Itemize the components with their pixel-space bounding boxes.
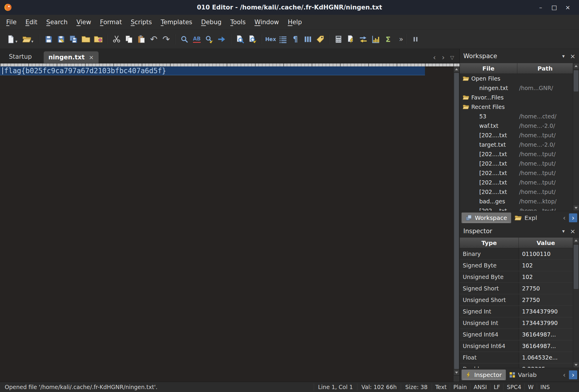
menu-item[interactable]: Edit [21,16,42,28]
calculator-button[interactable] [332,32,345,46]
undo-button[interactable]: ↶ [148,32,160,46]
status-size[interactable]: Size: 38 [401,383,432,391]
menu-item[interactable]: Templates [156,16,197,28]
workspace-row[interactable]: [202....txt /home...tput/ [460,187,573,197]
redo-button[interactable]: ↷ [160,32,172,46]
workspace-collapse-icon[interactable]: ▾ [562,53,565,59]
cut-button[interactable] [110,32,123,46]
column-header-file[interactable]: File [460,63,517,74]
workspace-row[interactable]: Favor...Files [460,93,573,102]
show-whitespace-button[interactable]: ¶ [289,32,302,46]
inspector-row[interactable]: Binary 01100110 [460,248,573,260]
inspector-row[interactable]: Unsigned Short 27750 [460,294,573,306]
tab-startup[interactable]: Startup [0,53,39,63]
hex-edit-button[interactable]: Hex [264,32,277,46]
inspector-row[interactable]: Unsigned Int64 36164987... [460,340,573,352]
workspace-row[interactable]: target.txt /home...-2.0/ [460,140,573,149]
explorer-tab[interactable]: Expl [512,214,560,221]
workspace-scroll-thumb[interactable] [574,70,578,92]
column-header-path[interactable]: Path [517,63,573,74]
column-header-type[interactable]: Type [460,238,519,248]
replace-button[interactable] [203,32,215,46]
bookmark-button[interactable] [314,32,326,46]
tab-scroll-right-icon[interactable]: › [439,53,448,63]
toolbar-overflow-icon[interactable]: » [399,36,403,43]
inspector-row[interactable]: Unsigned Int 1734437990 [460,317,573,329]
edit-as-button[interactable] [277,32,289,46]
workspace-row[interactable]: [202....txt /home...tput/ [460,178,573,187]
status-line-ending[interactable]: LF [490,383,503,391]
workspace-row[interactable]: 53 /home...cted/ [460,112,573,121]
maximize-button[interactable]: □ [548,2,560,13]
inspector-tab[interactable]: Inspector [462,370,506,380]
run-template-button[interactable] [345,32,357,46]
inspector-scrollbar[interactable] [573,238,579,368]
save-button[interactable] [42,32,55,46]
scroll-up-icon[interactable] [454,66,459,72]
new-file-dropdown-icon[interactable]: ▾ [15,39,19,44]
status-line-col[interactable]: Line 1, Col 1 [314,383,357,391]
scroll-up-icon[interactable] [573,63,579,69]
scroll-down-icon[interactable] [573,205,579,211]
tab-scroll-left-icon[interactable]: ‹ [430,53,439,63]
minimize-button[interactable]: – [535,2,547,13]
workspace-scrollbar[interactable] [573,63,579,211]
status-format[interactable]: Plain [450,383,470,391]
pause-button[interactable] [409,32,422,46]
panel-scroll-right-icon[interactable]: › [569,370,577,379]
panel-scroll-left-icon[interactable]: ‹ [560,213,568,222]
menu-item[interactable]: Debug [197,16,226,28]
close-tab-icon[interactable]: × [89,54,94,61]
open-file-dropdown-icon[interactable]: ▾ [31,39,35,44]
menu-item[interactable]: Help [283,16,306,28]
convert-button[interactable] [357,32,369,46]
scroll-up-icon[interactable] [573,238,579,244]
menu-item[interactable]: Tools [226,16,250,28]
archive-folder-button[interactable] [92,32,104,46]
variables-tab[interactable]: Variab [507,371,560,378]
workspace-row[interactable]: [202....txt /home...tput/ [460,130,573,140]
menu-item[interactable]: Scripts [126,16,156,28]
replace-in-files-button[interactable] [246,32,259,46]
panel-scroll-left-icon[interactable]: ‹ [560,370,568,379]
editor-scrollbar[interactable] [453,66,459,382]
workspace-close-icon[interactable]: × [570,53,575,60]
text-editor[interactable]: flag{b025fc9ca797a67d2103bfbc407a6d5f} [0,66,453,382]
copy-button[interactable] [123,32,135,46]
tab-ningen[interactable]: ningen.txt × [44,51,99,63]
column-header-value[interactable]: Value [519,238,573,248]
save-all-button[interactable] [67,32,80,46]
workspace-row[interactable]: [202....txt /home...tput/ [460,159,573,168]
histogram-button[interactable] [369,32,382,46]
inspector-row[interactable]: Signed Short 27750 [460,283,573,294]
status-charset[interactable]: ANSI [470,383,490,391]
menu-item[interactable]: Search [42,16,72,28]
status-value[interactable]: Val: 102 66h [357,383,401,391]
status-wrap[interactable]: W [524,383,537,391]
save-as-button[interactable] [55,32,67,46]
status-spacing[interactable]: SPC4 [503,383,524,391]
workspace-row[interactable]: [202....txt /home...tput/ [460,206,573,211]
tab-list-icon[interactable]: ▽ [448,53,457,63]
inspector-row[interactable]: Signed Int64 36164987... [460,329,573,340]
inspector-row[interactable]: Float 1.064532e... [460,352,573,363]
workspace-row[interactable]: bad...ges /home...ktop/ [460,197,573,206]
workspace-row[interactable]: ningen.txt /hom...GNR/ [460,83,573,93]
menu-item[interactable]: Format [96,16,126,28]
workspace-row[interactable]: [202....txt /home...tput/ [460,168,573,178]
close-button[interactable]: × [562,2,574,13]
status-mode[interactable]: Text [432,383,450,391]
inspector-close-icon[interactable]: × [570,228,575,235]
scroll-down-icon[interactable] [573,362,579,368]
inspector-collapse-icon[interactable]: ▾ [562,228,565,234]
new-folder-button[interactable] [80,32,92,46]
workspace-tab[interactable]: Workspace [462,213,511,223]
goto-button[interactable] [215,32,228,46]
editor-scroll-thumb[interactable] [454,73,459,369]
workspace-row[interactable]: [202....txt /home...tput/ [460,149,573,159]
menu-item[interactable]: View [72,16,96,28]
scroll-down-icon[interactable] [454,370,459,375]
menu-item[interactable]: File [2,16,21,28]
find-button[interactable] [178,32,191,46]
workspace-row[interactable]: waf.txt /home...-2.0/ [460,121,573,130]
